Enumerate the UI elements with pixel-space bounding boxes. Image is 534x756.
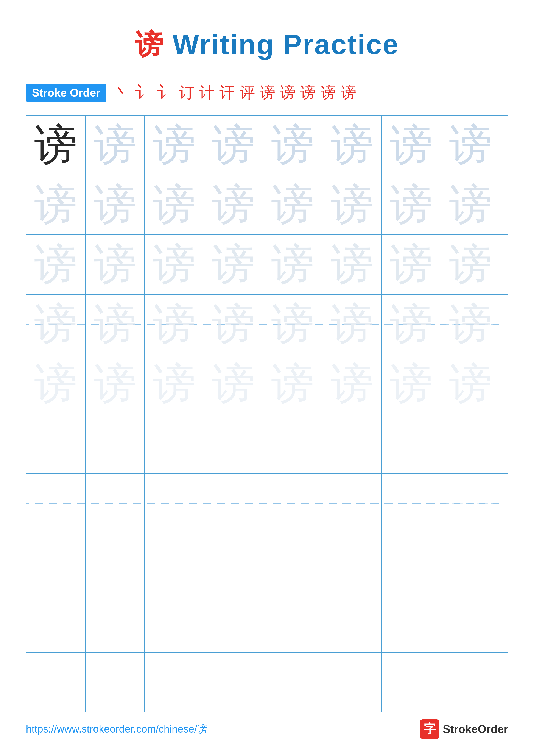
footer-logo-text: StrokeOrder (443, 723, 508, 736)
grid-cell[interactable] (26, 653, 86, 712)
grid-cell[interactable] (382, 474, 441, 533)
grid-cell[interactable] (86, 414, 145, 473)
grid-row (26, 653, 508, 712)
grid-cell: 谤 (441, 175, 500, 234)
grid-cell: 谤 (145, 116, 204, 175)
grid-row: 谤 谤 谤 谤 谤 谤 谤 谤 (26, 354, 508, 414)
grid-cell: 谤 (204, 354, 263, 414)
grid-row (26, 414, 508, 474)
grid-cell: 谤 (26, 354, 86, 414)
grid-row: 谤 谤 谤 谤 谤 谤 谤 谤 (26, 116, 508, 175)
grid-cell: 谤 (322, 235, 382, 294)
grid-cell: 谤 (263, 116, 322, 175)
footer-url[interactable]: https://www.strokeorder.com/chinese/谤 (26, 722, 207, 736)
grid-cell: 谤 (382, 116, 441, 175)
grid-cell[interactable] (86, 593, 145, 652)
grid-cell: 谤 (145, 295, 204, 354)
grid-cell: 谤 (441, 235, 500, 294)
page-title: 谤 Writing Practice (26, 26, 508, 64)
grid-cell: 谤 (322, 354, 382, 414)
grid-cell[interactable] (441, 533, 500, 593)
grid-cell[interactable] (441, 414, 500, 473)
grid-cell[interactable] (263, 593, 322, 652)
grid-cell: 谤 (204, 295, 263, 354)
grid-cell[interactable] (382, 593, 441, 652)
grid-cell: 谤 (322, 175, 382, 234)
grid-cell[interactable] (26, 533, 86, 593)
grid-cell[interactable] (26, 414, 86, 473)
grid-cell: 谤 (145, 354, 204, 414)
grid-cell[interactable] (145, 414, 204, 473)
grid-row (26, 593, 508, 653)
grid-row: 谤 谤 谤 谤 谤 谤 谤 谤 (26, 295, 508, 354)
grid-cell[interactable] (145, 533, 204, 593)
grid-cell[interactable] (441, 474, 500, 533)
grid-cell[interactable] (26, 593, 86, 652)
grid-cell: 谤 (441, 295, 500, 354)
grid-cell: 谤 (26, 295, 86, 354)
grid-cell: 谤 (26, 116, 86, 175)
grid-cell[interactable] (322, 593, 382, 652)
grid-cell: 谤 (86, 235, 145, 294)
grid-cell[interactable] (382, 533, 441, 593)
grid-cell: 谤 (86, 175, 145, 234)
grid-cell[interactable] (263, 653, 322, 712)
grid-cell: 谤 (204, 116, 263, 175)
grid-cell: 谤 (382, 175, 441, 234)
grid-cell[interactable] (145, 474, 204, 533)
grid-cell[interactable] (204, 414, 263, 473)
grid-cell: 谤 (86, 116, 145, 175)
page: 谤 Writing Practice Stroke Order 丶 讠 讠 订 … (0, 0, 534, 756)
grid-cell: 谤 (263, 295, 322, 354)
grid-cell: 谤 (145, 175, 204, 234)
grid-cell[interactable] (441, 653, 500, 712)
stroke-order-badge: Stroke Order (26, 84, 106, 102)
grid-cell: 谤 (263, 235, 322, 294)
grid-cell[interactable] (322, 533, 382, 593)
grid-cell[interactable] (322, 474, 382, 533)
grid-cell[interactable] (382, 414, 441, 473)
stroke-sequence: 丶 讠 讠 订 计 讦 评 谤 谤 谤 谤 谤 (113, 81, 358, 104)
grid-row: 谤 谤 谤 谤 谤 谤 谤 谤 (26, 235, 508, 295)
grid-cell: 谤 (322, 116, 382, 175)
grid-cell[interactable] (86, 653, 145, 712)
grid-cell: 谤 (382, 295, 441, 354)
grid-cell: 谤 (382, 235, 441, 294)
grid-cell: 谤 (441, 116, 500, 175)
grid-cell: 谤 (441, 354, 500, 414)
title-chinese: 谤 (135, 29, 164, 60)
grid-row (26, 474, 508, 533)
grid-cell[interactable] (86, 474, 145, 533)
grid-row (26, 533, 508, 593)
grid-cell[interactable] (204, 533, 263, 593)
grid-cell[interactable] (263, 474, 322, 533)
grid-cell[interactable] (263, 533, 322, 593)
grid-cell[interactable] (204, 474, 263, 533)
grid-cell: 谤 (26, 235, 86, 294)
grid-cell[interactable] (382, 653, 441, 712)
practice-grid: 谤 谤 谤 谤 谤 谤 谤 谤 谤 谤 谤 谤 谤 谤 谤 谤 谤 谤 谤 谤 … (26, 115, 508, 713)
grid-cell: 谤 (382, 354, 441, 414)
grid-cell[interactable] (145, 593, 204, 652)
grid-cell: 谤 (204, 235, 263, 294)
grid-cell: 谤 (86, 354, 145, 414)
grid-cell[interactable] (322, 653, 382, 712)
grid-cell: 谤 (86, 295, 145, 354)
grid-cell: 谤 (145, 235, 204, 294)
grid-cell[interactable] (322, 414, 382, 473)
grid-cell[interactable] (204, 653, 263, 712)
grid-cell[interactable] (26, 474, 86, 533)
footer: https://www.strokeorder.com/chinese/谤 字 … (26, 719, 508, 739)
grid-cell[interactable] (263, 414, 322, 473)
grid-cell[interactable] (204, 593, 263, 652)
grid-cell: 谤 (26, 175, 86, 234)
grid-cell[interactable] (86, 533, 145, 593)
footer-logo-icon: 字 (420, 719, 440, 739)
grid-cell: 谤 (322, 295, 382, 354)
stroke-order-row: Stroke Order 丶 讠 讠 订 计 讦 评 谤 谤 谤 谤 谤 (26, 81, 508, 104)
title-english: Writing Practice (164, 29, 399, 60)
grid-cell[interactable] (441, 593, 500, 652)
grid-cell[interactable] (145, 653, 204, 712)
grid-cell: 谤 (263, 175, 322, 234)
grid-cell: 谤 (204, 175, 263, 234)
